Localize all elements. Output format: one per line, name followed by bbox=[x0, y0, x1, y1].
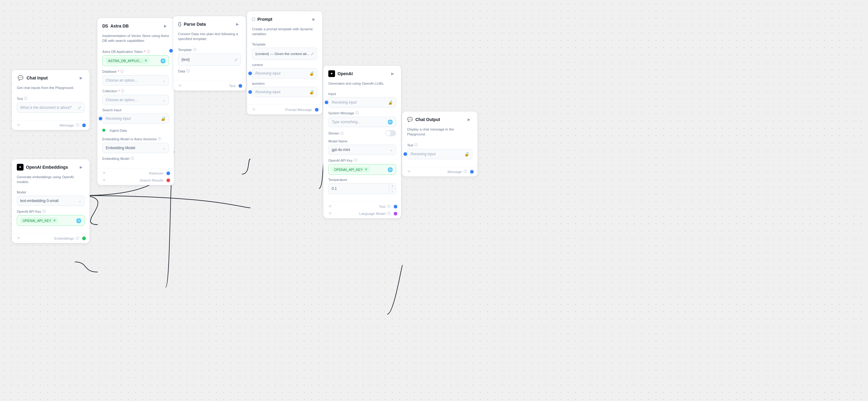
database-help[interactable]: ⓘ bbox=[120, 69, 124, 74]
system-message-placeholder: Type something... bbox=[332, 120, 361, 124]
template-help[interactable]: ⓘ bbox=[193, 47, 196, 52]
openai-input-placeholder: Receiving input bbox=[332, 100, 357, 105]
search-input-port-left bbox=[99, 117, 102, 120]
collection-help[interactable]: ⓘ bbox=[121, 89, 124, 93]
chat-output-eye[interactable]: 👁 bbox=[407, 169, 411, 174]
app-token-field: ASTRA_DB_APPLIC... ✕ 🌐 bbox=[102, 55, 169, 66]
astra-play[interactable]: ▶ bbox=[161, 22, 169, 30]
prompt-title: Prompt bbox=[257, 17, 273, 22]
embedding-model-help[interactable]: ⓘ bbox=[158, 137, 161, 141]
message-footer-label: Message bbox=[60, 123, 74, 127]
astra-header: DS Astra DB ▶ bbox=[97, 18, 174, 32]
model-name-select[interactable]: gpt-4o-mini ⌄ bbox=[328, 145, 396, 155]
chat-input-eye-icon[interactable]: 👁 bbox=[17, 123, 21, 127]
text-help-icon[interactable]: ⓘ bbox=[24, 96, 28, 101]
question-placeholder: Receiving input bbox=[255, 90, 280, 94]
openai-api-key-close[interactable]: ✕ bbox=[365, 168, 367, 171]
data-help[interactable]: ⓘ bbox=[186, 69, 190, 74]
temperature-up[interactable]: + bbox=[389, 183, 396, 189]
chat-input-play[interactable]: ▶ bbox=[77, 74, 85, 82]
embeddings-play[interactable]: ▶ bbox=[77, 164, 85, 171]
model-name-value: gpt-4o-mini bbox=[332, 148, 350, 152]
api-key-close[interactable]: ✕ bbox=[53, 219, 56, 223]
system-message-help[interactable]: ⓘ bbox=[355, 111, 359, 115]
chat-output-text-label: Text bbox=[407, 143, 413, 147]
prompt-eye[interactable]: 👁 bbox=[252, 107, 256, 112]
template-value: {text} bbox=[181, 57, 190, 62]
expand-icon[interactable]: ⤢ bbox=[78, 106, 81, 110]
openai-embeddings-node: ✦ OpenAI Embeddings ▶ Generate embedding… bbox=[11, 159, 90, 243]
openai-node: ✦ OpenAI ▶ Generates text using OpenAI L… bbox=[323, 65, 401, 219]
chat-output-play[interactable]: ▶ bbox=[465, 116, 472, 123]
chat-output-text-help[interactable]: ⓘ bbox=[414, 143, 418, 147]
template-expand[interactable]: ⤢ bbox=[234, 57, 238, 62]
template-field[interactable]: {text} ⤢ bbox=[178, 54, 241, 66]
database-select[interactable]: Choose an option... ⌄ bbox=[102, 75, 169, 86]
search-results-port-dot bbox=[166, 178, 170, 182]
api-key-help[interactable]: ⓘ bbox=[42, 209, 46, 213]
message-port: Message ⓘ bbox=[60, 123, 85, 127]
openai-play[interactable]: ▶ bbox=[389, 70, 396, 77]
model-select[interactable]: text-embedding-3-small ⌄ bbox=[17, 196, 85, 206]
parse-icon: {} bbox=[178, 21, 181, 27]
chat-output-header: 💬 Chat Output ▶ bbox=[402, 112, 477, 125]
embeddings-eye-icon[interactable]: 👁 bbox=[17, 236, 21, 240]
parse-description: Convert Data into plain text following a… bbox=[173, 30, 246, 45]
parse-play[interactable]: ▶ bbox=[234, 21, 241, 28]
openai-api-key-help[interactable]: ⓘ bbox=[354, 158, 357, 163]
message-help-icon[interactable]: ⓘ bbox=[76, 123, 79, 127]
openai-api-key-label: OpenAI API Key bbox=[328, 159, 353, 162]
model-chevron: ⌄ bbox=[79, 199, 81, 203]
collection-placeholder: Choose an option... bbox=[106, 98, 137, 102]
database-placeholder: Choose an option... bbox=[106, 78, 137, 83]
collection-select[interactable]: Choose an option... ⌄ bbox=[102, 95, 169, 105]
openai-header: ✦ OpenAI ▶ bbox=[323, 66, 401, 80]
openai-text-eye[interactable]: 👁 bbox=[328, 204, 332, 209]
api-key-tag[interactable]: OPENAI_API_KEY ✕ bbox=[20, 218, 58, 223]
chat-output-text-lock: 🔒 bbox=[464, 152, 469, 156]
app-token-help[interactable]: ⓘ bbox=[147, 49, 150, 54]
temperature-btns: + − bbox=[389, 183, 396, 194]
openai-api-key-globe: 🌐 bbox=[388, 167, 393, 172]
chat-input-description: Get chat inputs from the Playground. bbox=[12, 84, 90, 94]
embedding-model-field-label: Embedding Model bbox=[102, 157, 129, 161]
parse-eye[interactable]: 👁 bbox=[178, 83, 182, 88]
temperature-label: Temperature bbox=[328, 178, 347, 181]
search-input-field: Receiving input 🔒 bbox=[102, 113, 169, 124]
openai-lm-eye[interactable]: 👁 bbox=[328, 211, 332, 216]
stream-toggle[interactable] bbox=[385, 130, 396, 136]
prompt-icon: □ bbox=[252, 17, 255, 22]
data-label: Data bbox=[178, 69, 185, 73]
openai-description: Generates text using OpenAI LLMs. bbox=[323, 80, 401, 90]
astra-retriever-eye[interactable]: 👁 bbox=[102, 171, 106, 175]
app-token-tag[interactable]: ASTRA_DB_APPLIC... ✕ bbox=[106, 58, 150, 63]
language-model-help[interactable]: ⓘ bbox=[387, 211, 391, 216]
prompt-description: Create a prompt template with dynamic va… bbox=[247, 25, 322, 40]
embedding-model-select[interactable]: Embedding Model ⌄ bbox=[102, 143, 169, 153]
prompt-play[interactable]: ▶ bbox=[310, 16, 317, 23]
model-name-label: Model Name bbox=[328, 139, 347, 143]
prompt-message-port bbox=[315, 108, 318, 112]
app-token-close[interactable]: ✕ bbox=[145, 59, 147, 63]
embedding-model-chevron: ⌄ bbox=[163, 146, 165, 150]
prompt-template-expand[interactable]: ⤢ bbox=[311, 52, 314, 56]
temperature-down[interactable]: − bbox=[389, 189, 396, 194]
openai-api-key-tag[interactable]: OPENAI_API_KEY ✕ bbox=[332, 167, 370, 172]
astra-search-eye[interactable]: 👁 bbox=[102, 178, 106, 182]
openai-text-label: Text bbox=[379, 205, 385, 208]
prompt-template-field[interactable]: {context} --- Given the context ab... ⤢ bbox=[252, 48, 317, 60]
system-message-field[interactable]: Type something... 🌐 bbox=[328, 117, 396, 127]
system-message-label: System Message bbox=[328, 111, 354, 115]
ingest-label: Ingest Data bbox=[110, 129, 127, 132]
chat-output-message-help[interactable]: ⓘ bbox=[464, 169, 467, 174]
temperature-value: 0.1 bbox=[329, 184, 389, 193]
temperature-input[interactable]: 0.1 + − bbox=[328, 183, 396, 194]
embeddings-header: ✦ OpenAI Embeddings ▶ bbox=[12, 159, 90, 173]
astra-logo: DS bbox=[102, 24, 108, 28]
embeddings-help-icon[interactable]: ⓘ bbox=[76, 236, 79, 240]
stream-help[interactable]: ⓘ bbox=[340, 131, 344, 136]
embedding-model-field-help[interactable]: ⓘ bbox=[131, 156, 134, 161]
question-field: Receiving input 🔒 bbox=[252, 87, 317, 97]
text-input-field[interactable]: What is the document is about? ⤢ bbox=[17, 103, 85, 113]
openai-text-help[interactable]: ⓘ bbox=[387, 204, 391, 209]
